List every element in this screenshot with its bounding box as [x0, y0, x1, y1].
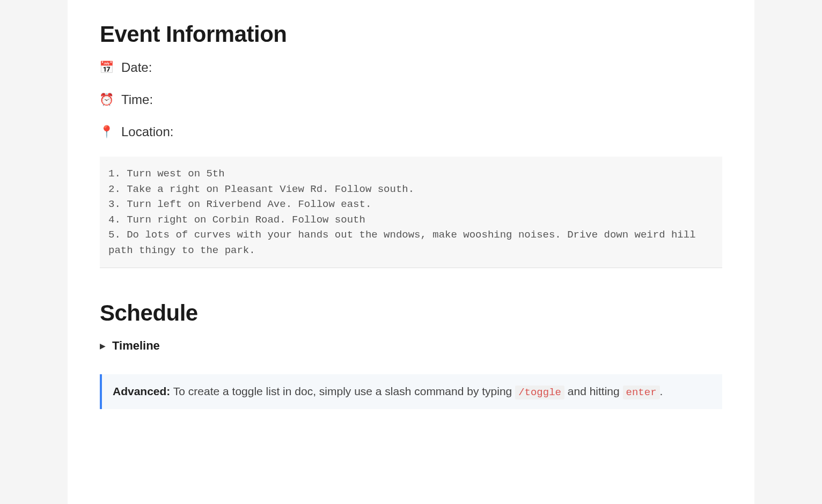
clock-icon: ⏰ [100, 93, 113, 106]
callout-text-3: . [660, 385, 663, 397]
timeline-toggle-label: Timeline [112, 339, 160, 353]
location-label: Location: [121, 124, 173, 139]
schedule-heading: Schedule [100, 300, 722, 326]
advanced-callout: Advanced: To create a toggle list in doc… [100, 374, 722, 409]
timeline-toggle[interactable]: ▶ Timeline [100, 339, 722, 353]
event-information-heading: Event Information [100, 21, 722, 47]
calendar-icon: 📅 [100, 61, 113, 74]
enter-key-code: enter [623, 386, 660, 399]
directions-code-block[interactable]: 1. Turn west on 5th 2. Take a right on P… [100, 157, 722, 268]
toggle-command-code: /toggle [515, 386, 564, 399]
location-field-row[interactable]: 📍 Location: [100, 124, 722, 139]
date-field-row[interactable]: 📅 Date: [100, 60, 722, 75]
section-divider [100, 268, 722, 268]
document-page: Event Information 📅 Date: ⏰ Time: 📍 Loca… [68, 0, 754, 504]
pin-icon: 📍 [100, 125, 113, 138]
callout-strong-label: Advanced: [113, 385, 170, 397]
chevron-right-icon: ▶ [100, 342, 106, 350]
callout-text-1: To create a toggle list in doc, simply u… [170, 385, 515, 397]
time-label: Time: [121, 92, 153, 107]
callout-text-2: and hitting [564, 385, 623, 397]
time-field-row[interactable]: ⏰ Time: [100, 92, 722, 107]
date-label: Date: [121, 60, 152, 75]
